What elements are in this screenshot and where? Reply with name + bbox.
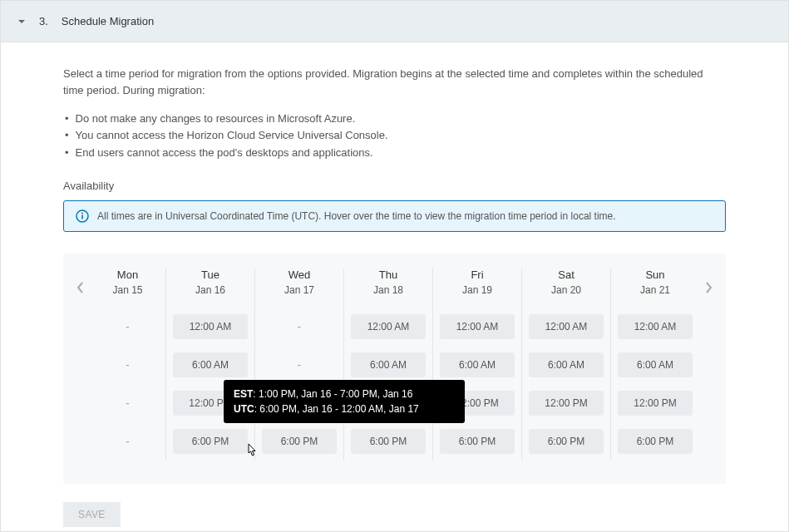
time-slot-button[interactable]: 12:00 AM — [351, 314, 426, 339]
calendar-column: TueJan 1612:00 AM6:00 AM12:00 PM6:00 PM — [166, 268, 255, 461]
list-item: Do not make any changes to resources in … — [63, 111, 726, 127]
time-slot-button[interactable]: 6:00 PM — [173, 429, 248, 454]
empty-slot: - — [126, 397, 129, 409]
calendar-next-button[interactable] — [701, 280, 716, 295]
step-number: 3. — [39, 15, 48, 27]
day-of-week: Wed — [262, 268, 337, 281]
time-slot-button[interactable]: 12:00 AM — [618, 314, 693, 339]
day-of-week: Fri — [440, 268, 515, 281]
info-icon — [76, 209, 89, 223]
time-slot-button[interactable]: 12:00 AM — [529, 314, 604, 339]
day-date: Jan 20 — [529, 284, 604, 296]
svg-rect-2 — [81, 214, 83, 219]
calendar-prev-button[interactable] — [73, 280, 88, 295]
empty-slot: - — [298, 320, 301, 332]
step-title: Schedule Migration — [62, 15, 154, 27]
day-of-week: Thu — [351, 268, 426, 281]
day-of-week: Sat — [529, 268, 604, 281]
time-slot-button[interactable]: 6:00 PM — [529, 429, 604, 454]
time-slot-button[interactable]: 12:00 PM — [173, 391, 248, 416]
restrictions-list: Do not make any changes to resources in … — [63, 111, 726, 160]
time-slot-button[interactable]: 6:00 AM — [529, 352, 604, 377]
day-of-week: Tue — [173, 268, 248, 281]
list-item: You cannot access the Horizon Cloud Serv… — [63, 127, 726, 144]
calendar-column: WedJan 17---6:00 PM — [255, 268, 344, 461]
chevron-down-icon[interactable] — [17, 17, 26, 26]
calendar-column: FriJan 1912:00 AM6:00 AM12:00 PM6:00 PM — [433, 268, 522, 461]
time-slot-button[interactable]: 6:00 AM — [173, 352, 248, 377]
time-slot-button[interactable]: 12:00 PM — [529, 391, 604, 416]
empty-slot: - — [298, 358, 301, 371]
calendar-day-header: MonJan 15 — [96, 268, 159, 308]
day-date: Jan 17 — [262, 284, 337, 296]
time-slot-button[interactable]: 6:00 PM — [351, 429, 426, 454]
intro-text: Select a time period for migration from … — [63, 66, 726, 99]
calendar-day-header: TueJan 16 — [173, 268, 248, 308]
empty-slot: - — [126, 435, 129, 447]
calendar-day-header: WedJan 17 — [262, 268, 337, 308]
time-slot-button[interactable]: 12:00 PM — [440, 391, 515, 416]
calendar-day-header: SunJan 21 — [618, 268, 693, 308]
time-slot-button[interactable]: 12:00 PM — [618, 391, 693, 416]
availability-label: Availability — [63, 180, 726, 192]
day-of-week: Sun — [618, 268, 693, 281]
empty-slot: - — [387, 397, 390, 409]
calendar-column: MonJan 15---- — [90, 268, 166, 461]
day-date: Jan 15 — [96, 284, 159, 296]
time-slot-button[interactable]: 6:00 PM — [618, 429, 693, 454]
time-slot-button[interactable]: 6:00 PM — [440, 429, 515, 454]
save-button[interactable]: SAVE — [63, 502, 121, 527]
day-of-week: Mon — [96, 268, 159, 281]
info-banner: All times are in Universal Coordinated T… — [63, 200, 726, 232]
day-date: Jan 18 — [351, 284, 426, 296]
calendar-column: ThuJan 1812:00 AM6:00 AM-6:00 PM — [344, 268, 433, 461]
calendar-column: SatJan 2012:00 AM6:00 AM12:00 PM6:00 PM — [522, 268, 611, 461]
time-slot-button[interactable]: 6:00 PM — [262, 429, 337, 454]
day-date: Jan 16 — [173, 284, 248, 296]
time-slot-button[interactable]: 12:00 AM — [173, 314, 248, 339]
calendar-column: SunJan 2112:00 AM6:00 AM12:00 PM6:00 PM — [611, 268, 699, 461]
accordion-header[interactable]: 3. Schedule Migration — [1, 1, 788, 42]
time-slot-button[interactable]: 12:00 AM — [440, 314, 515, 339]
empty-slot: - — [298, 397, 301, 409]
empty-slot: - — [126, 358, 129, 371]
time-slot-button[interactable]: 6:00 AM — [440, 352, 515, 377]
calendar-day-header: FriJan 19 — [440, 268, 515, 308]
empty-slot: - — [126, 320, 129, 332]
day-date: Jan 19 — [440, 284, 515, 296]
calendar-day-header: SatJan 20 — [529, 268, 604, 308]
svg-point-1 — [81, 212, 83, 214]
time-slot-button[interactable]: 6:00 AM — [618, 352, 693, 377]
calendar-day-header: ThuJan 18 — [351, 268, 426, 308]
time-slot-button[interactable]: 6:00 AM — [351, 352, 426, 377]
list-item: End users cannot access the pod's deskto… — [63, 145, 726, 161]
day-date: Jan 21 — [618, 284, 693, 296]
info-message: All times are in Universal Coordinated T… — [97, 210, 616, 222]
availability-calendar: MonJan 15----TueJan 1612:00 AM6:00 AM12:… — [63, 254, 726, 484]
